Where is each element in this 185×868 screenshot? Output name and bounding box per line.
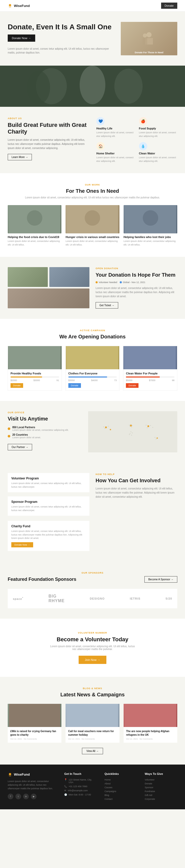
food-supply-text: Lorem ipsum dolor sit amet, consect etur… [139,131,178,138]
campaign-donate-btn-1[interactable]: Donate [10,383,23,388]
campaigns-title: We Are Opening Donations [8,334,177,340]
hero-donate-button[interactable]: Donate Now → [8,34,35,42]
footer-link-blog[interactable]: Blog [105,794,137,797]
svg-point-37 [150,425,151,426]
svg-point-27 [132,425,133,426]
footer-link-contact[interactable]: Contact [105,798,137,800]
work-cards-container: Helping the food crisis due to Covid19 L… [8,205,177,247]
hero-content: Donate, Even It Is A Small One Donate No… [8,23,116,55]
footer-logo: WiseFund [8,772,57,777]
logo-icon [8,3,12,8]
footer-social-links: f t in ▶ [8,794,57,799]
svg-point-1 [146,32,152,37]
svg-rect-19 [88,414,177,450]
campaign-donate-btn-3[interactable]: Donate [126,383,139,388]
world-map [88,411,177,453]
campaign-card-1: Provide Healthy Foods $2000 $3000 91 Don… [8,346,62,391]
footer-link-home[interactable]: Home [105,778,137,781]
blog-body-1: £96k is raised for crying Germany fan go… [8,727,62,743]
blog-section: BLOG & NEWS Latest News & Campaigns £96k… [0,677,185,765]
youtube-icon[interactable]: ▶ [31,794,36,799]
blog-body-3: The are now people helping Afghan refuge… [123,727,177,743]
footer-email: ✉ info@example.com [64,789,97,792]
volunteer-program-title: Volunteer Program [11,476,86,480]
footer-link-volunteer[interactable]: Volunteer [145,778,177,781]
sponsor-program-title: Sponsor Program [11,500,86,504]
sponsor-logo-5: 5/20 [166,597,172,600]
food-supply-icon: 🍎 [139,117,147,125]
campaigns-section: ACTIVE CAMPAIGN We Are Opening Donations… [0,319,185,401]
footer-link-sponsor[interactable]: Sponsor [145,786,177,789]
our-work-subtitle: Lorem ipsum dolor sit amet, consectetur … [8,196,177,199]
our-partner-button[interactable]: Our Partner → [8,444,32,450]
sponsors-header: Featured Foundation Sponsors Become A Sp… [8,576,177,583]
linkedin-icon[interactable]: in [23,794,29,799]
campaign-card-3: Clean Water For People $5000 $7000 98 Do… [123,346,177,391]
campaign-image-1 [8,346,62,369]
hero-illustration [139,28,159,49]
charity-fund-text: Lorem ipsum dolor sit amet, consec tetur… [11,530,86,540]
donation-title: Your Donation Is Hope For Them [96,272,177,278]
blog-card-title-1: £96k is raised for crying Germany fan go… [10,730,59,737]
view-all-button[interactable]: View All → [82,748,103,754]
svg-rect-17 [67,346,118,369]
footer-link-corporate[interactable]: Corporate [145,798,177,800]
facebook-icon[interactable]: f [8,794,13,799]
donation-label: OPEN DONATION [96,267,177,270]
svg-point-45 [147,425,149,427]
svg-point-35 [146,425,146,425]
learn-more-button[interactable]: Learn More → [8,154,32,160]
visit-stat-partners: 850 Local Partners Lorem ipsum dolor sit… [8,426,82,431]
campaign-donate-btn-2[interactable]: Donate [68,383,81,388]
volunteer-program-card: Volunteer Program Lorem ipsum dolor sit … [8,473,89,492]
footer-link-about[interactable]: About [105,782,137,785]
footer-link-gift-aid[interactable]: Gift Aid [145,794,177,797]
footer-link-donate[interactable]: Donate [145,782,177,785]
twitter-icon[interactable]: t [15,794,21,799]
blog-image-3 [123,704,177,727]
become-sponsor-button[interactable]: Become A Sponsor → [144,576,177,583]
blog-card-title-3: The are now people helping Afghan refuge… [126,730,175,737]
campaign-image-3 [123,346,177,369]
svg-point-47 [156,437,158,439]
about-features: 💙 Healthy Life Lorem ipsum dolor sit ame… [96,117,177,163]
svg-point-24 [103,426,104,427]
hero-title: Donate, Even It Is A Small One [8,23,116,31]
footer-phone: 📞 +01 123 456 7890 [64,785,97,788]
campaign-body-1: Provide Healthy Foods $2000 $3000 91 Don… [8,369,62,391]
footer-link-fundraise[interactable]: Fundraise [145,790,177,793]
spotlight-image-1 [8,267,48,287]
footer-logo-icon [8,772,12,777]
footer-ways-column: Ways To Give Volunteer Donate Sponsor Fu… [145,772,177,802]
work-card-title-2: Hunger crisis in various small countries [66,236,119,239]
campaign-raised-2: $3550 [68,379,75,382]
charity-donate-button[interactable]: Donate Now → [11,542,33,547]
nav-donate-button[interactable]: Donate [161,3,177,9]
work-card-image-1 [8,205,62,234]
svg-rect-49 [67,704,118,727]
volunteer-title: Become a Volunteer Today [8,636,177,643]
footer-link-causes[interactable]: Causes [105,786,137,789]
donation-meta-volunteer: Volunteer Needed [96,281,117,284]
visit-stat-countries: 20 Countries Lorem ipsum dolor sit amet. [8,433,82,439]
healthy-life-icon: 💙 [96,117,105,125]
campaign-raised-1: $2000 [10,379,17,382]
how-to-help: HOW TO HELP How You Can Get Involved Lor… [96,473,177,551]
about-section-label: ABOUT US [8,117,89,120]
hero-section: Donate, Even It Is A Small One Donate No… [0,11,185,66]
healthy-life-title: Healthy Life [96,127,135,130]
home-shelter-text: Lorem ipsum dolor sit amet, consect etur… [96,156,135,163]
hero-image-label: Donate For Those In Need [122,51,176,54]
footer-hours: 🕐 Mon-Sat: 8:00 - 17:00 [64,794,97,796]
navigation: WiseFund Donate [0,0,185,11]
get-ticket-button[interactable]: Get Ticket → [96,302,118,309]
sponsors-label: OUR SPONSORS [8,571,177,574]
campaign-progress-bar-1 [10,376,59,377]
campaign-stats-3: $5000 $7000 98 [126,379,175,382]
donation-meta-date: Global - Nov 12, 2021 [120,281,145,284]
footer-link-campaigns[interactable]: Campaigns [105,790,137,793]
sponsors-section: OUR SPONSORS Featured Foundation Sponsor… [0,561,185,619]
volunteer-section: VOLUNTEER NUMBER Become a Volunteer Toda… [0,619,185,677]
join-now-button[interactable]: Join Now → [79,656,106,664]
visit-partners-label: 850 Local Partners [12,426,69,429]
